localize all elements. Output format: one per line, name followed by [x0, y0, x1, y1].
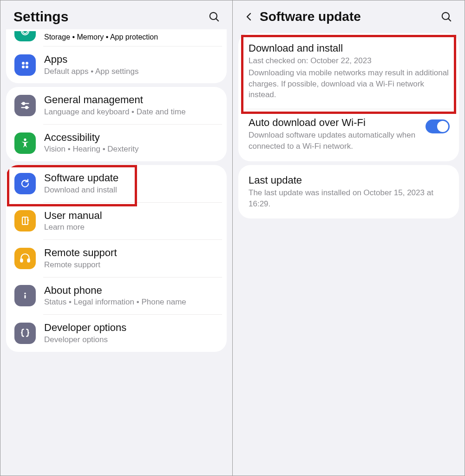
page-title: Software update: [260, 9, 439, 24]
settings-group: Software update Download and install ? U…: [6, 165, 227, 351]
item-title: Software update: [44, 172, 218, 185]
back-button[interactable]: [241, 9, 257, 25]
info-icon: [14, 285, 36, 306]
search-button[interactable]: [439, 9, 454, 25]
svg-rect-15: [20, 259, 22, 262]
item-subtitle: Remote support: [44, 260, 218, 271]
book-icon: ?: [14, 210, 36, 231]
svg-point-5: [22, 66, 25, 68]
svg-point-4: [26, 62, 28, 65]
settings-item-about-phone[interactable]: About phone Status • Legal information •…: [6, 278, 227, 314]
item-title: Download and install: [249, 42, 449, 54]
chevron-left-icon: [243, 11, 255, 22]
svg-line-1: [216, 19, 219, 21]
last-update-item[interactable]: Last update The last update was installe…: [238, 167, 459, 217]
headset-icon: [14, 248, 36, 269]
item-subtitle: Status • Legal information • Phone name: [44, 297, 218, 308]
item-title: Remote support: [44, 246, 218, 259]
item-subtitle: The last update was installed on October…: [249, 187, 449, 210]
svg-point-19: [24, 293, 26, 294]
toggle-knob: [437, 121, 448, 132]
item-title: General management: [44, 93, 218, 106]
settings-item-apps[interactable]: Apps Default apps • App settings: [6, 46, 227, 83]
auto-download-item[interactable]: Auto download over Wi-Fi Download softwa…: [238, 109, 459, 159]
settings-item-accessibility[interactable]: Accessibility Vision • Hearing • Dexteri…: [6, 125, 227, 161]
item-title: Auto download over Wi-Fi: [249, 117, 417, 129]
sliders-icon: [14, 95, 36, 116]
grid-icon: [14, 54, 36, 76]
settings-group: General management Language and keyboard…: [6, 87, 227, 161]
item-subtitle: Download software updates automatically …: [249, 130, 417, 152]
svg-point-0: [210, 13, 217, 20]
accessibility-icon: [14, 132, 36, 154]
svg-point-6: [26, 66, 28, 68]
item-subtitle: Last checked on: October 22, 2023: [249, 55, 449, 66]
svg-point-11: [24, 138, 26, 140]
settings-item-developer[interactable]: Developer options Developer options: [6, 315, 227, 351]
item-subtitle: Default apps • App settings: [44, 66, 218, 77]
search-icon: [440, 11, 452, 23]
svg-rect-16: [27, 259, 29, 262]
settings-pane: Settings Device care Storage • Memory • …: [0, 0, 233, 476]
item-title: Developer options: [44, 321, 218, 334]
item-title: User manual: [44, 209, 218, 222]
item-subtitle: Language and keyboard • Date and time: [44, 107, 218, 118]
settings-item-device-care[interactable]: Device care Storage • Memory • App prote…: [6, 29, 227, 46]
settings-item-user-manual[interactable]: ? User manual Learn more: [6, 203, 227, 239]
device-care-icon: [14, 31, 36, 41]
download-install-item[interactable]: Download and install Last checked on: Oc…: [238, 35, 459, 109]
svg-point-21: [442, 13, 449, 20]
software-update-pane: Software update Download and install Las…: [233, 0, 465, 476]
search-icon: [208, 11, 220, 23]
svg-point-8: [22, 102, 25, 105]
item-subtitle: Download and install: [44, 185, 218, 196]
page-title: Settings: [13, 9, 206, 25]
svg-point-3: [22, 62, 25, 65]
item-title: Accessibility: [44, 131, 218, 144]
item-title: About phone: [44, 284, 218, 297]
search-button[interactable]: [206, 9, 222, 25]
svg-rect-20: [24, 295, 26, 299]
item-subtitle: Vision • Hearing • Dexterity: [44, 144, 218, 155]
settings-item-general[interactable]: General management Language and keyboard…: [6, 87, 227, 124]
software-update-header: Software update: [233, 0, 465, 29]
settings-header: Settings: [0, 0, 232, 29]
item-description: Downloading via mobile networks may resu…: [249, 67, 449, 100]
item-title: Apps: [44, 53, 218, 66]
item-subtitle: Learn more: [44, 222, 218, 233]
last-update-card: Last update The last update was installe…: [238, 165, 459, 219]
settings-item-remote-support[interactable]: Remote support Remote support: [6, 240, 227, 277]
svg-point-10: [26, 106, 28, 109]
refresh-icon: [14, 173, 36, 194]
auto-download-toggle[interactable]: [426, 119, 450, 133]
settings-group: Device care Storage • Memory • App prote…: [6, 29, 227, 83]
item-title: Last update: [249, 174, 449, 186]
braces-icon: [14, 323, 36, 344]
update-card: Download and install Last checked on: Oc…: [238, 33, 459, 161]
svg-text:?: ?: [27, 218, 30, 223]
item-subtitle: Storage • Memory • App protection: [44, 33, 218, 41]
svg-line-22: [448, 19, 451, 21]
item-subtitle: Developer options: [44, 335, 218, 345]
settings-item-software-update[interactable]: Software update Download and install: [6, 165, 227, 202]
